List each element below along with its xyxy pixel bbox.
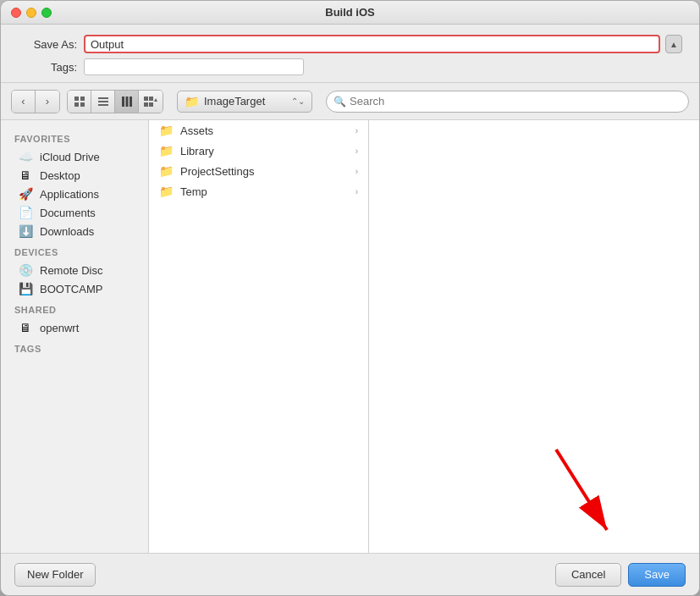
sidebar: Favorites ☁️ iCloud Drive 🖥 Desktop 🚀 Ap…	[1, 120, 149, 553]
svg-rect-9	[130, 97, 132, 107]
svg-rect-5	[98, 101, 108, 102]
traffic-lights	[11, 8, 52, 18]
file-list-area: 📁 Assets › 📁 Library › 📁 ProjectSettings…	[149, 120, 699, 553]
view-column-button[interactable]	[115, 91, 139, 113]
tags-input[interactable]	[84, 58, 304, 75]
search-icon: 🔍	[333, 96, 346, 108]
folder-name: ProjectSettings	[180, 165, 349, 178]
downloads-icon: ⬇️	[18, 224, 33, 238]
sidebar-item-downloads[interactable]: ⬇️ Downloads	[4, 222, 145, 240]
save-dialog: Build iOS Save As: ▲ Tags: ‹ ›	[0, 0, 700, 596]
minimize-button[interactable]	[26, 8, 36, 18]
folder-icon: 📁	[159, 144, 174, 157]
folder-icon: 📁	[159, 164, 174, 178]
sidebar-item-desktop[interactable]: 🖥 Desktop	[4, 166, 145, 185]
window-title: Build iOS	[325, 6, 375, 19]
openwrt-icon: 🖥	[18, 321, 33, 334]
applications-icon: 🚀	[18, 187, 33, 201]
tags-label: Tags:	[18, 61, 77, 74]
remote-disc-icon: 💿	[18, 263, 33, 277]
favorites-section-label: Favorites	[1, 127, 148, 147]
sidebar-item-remote-disc[interactable]: 💿 Remote Disc	[4, 261, 145, 279]
save-as-label: Save As:	[18, 38, 77, 51]
sidebar-item-label: Remote Disc	[40, 264, 102, 277]
location-dropdown[interactable]: 📁 ImageTarget ⌃⌄	[177, 91, 312, 113]
back-button[interactable]: ‹	[12, 91, 36, 113]
svg-rect-10	[144, 97, 148, 101]
save-button[interactable]: Save	[628, 563, 686, 587]
svg-rect-8	[125, 97, 128, 107]
svg-rect-13	[149, 102, 153, 107]
sidebar-item-label: openwrt	[40, 322, 79, 334]
folder-icon: 📁	[159, 124, 174, 137]
sidebar-item-label: Applications	[40, 188, 99, 201]
svg-rect-3	[80, 102, 85, 107]
sidebar-item-label: Downloads	[40, 225, 94, 238]
sidebar-item-documents[interactable]: 📄 Documents	[4, 203, 145, 222]
view-arrange-button[interactable]	[139, 91, 163, 113]
new-folder-button[interactable]: New Folder	[14, 563, 96, 587]
nav-button-group: ‹ ›	[11, 90, 60, 113]
sidebar-item-openwrt[interactable]: 🖥 openwrt	[4, 318, 145, 337]
bottom-right-buttons: Cancel Save	[555, 563, 686, 587]
svg-rect-12	[144, 102, 148, 107]
sidebar-item-applications[interactable]: 🚀 Applications	[4, 185, 145, 203]
sidebar-item-label: iCloud Drive	[40, 151, 100, 163]
folder-item-library[interactable]: 📁 Library ›	[149, 141, 368, 161]
chevron-icon: ⌃⌄	[291, 97, 305, 106]
folder-arrow-icon: ›	[356, 146, 358, 156]
view-icon-button[interactable]	[68, 91, 91, 113]
save-as-input[interactable]	[84, 35, 660, 53]
folder-pane: 📁 Assets › 📁 Library › 📁 ProjectSettings…	[149, 120, 369, 553]
cancel-button[interactable]: Cancel	[555, 563, 621, 587]
svg-rect-1	[80, 97, 85, 101]
search-box: 🔍	[326, 91, 689, 113]
bootcamp-icon: 💾	[18, 282, 33, 295]
view-list-button[interactable]	[91, 91, 115, 113]
svg-rect-2	[74, 102, 79, 107]
save-as-section: Save As: ▲ Tags:	[1, 25, 699, 83]
folder-name: Assets	[180, 124, 349, 137]
svg-rect-7	[122, 97, 124, 107]
view-button-group	[67, 90, 163, 113]
folder-name: Temp	[180, 185, 349, 198]
svg-rect-6	[98, 104, 108, 106]
folder-icon: 📁	[185, 95, 199, 108]
devices-section-label: Devices	[1, 240, 148, 261]
folder-item-temp[interactable]: 📁 Temp ›	[149, 181, 368, 201]
toolbar: ‹ › 📁 ImageTarget ⌃⌄	[1, 83, 699, 120]
forward-button[interactable]: ›	[36, 91, 59, 113]
sidebar-item-icloud[interactable]: ☁️ iCloud Drive	[4, 147, 145, 166]
icloud-icon: ☁️	[18, 150, 33, 163]
detail-pane	[369, 120, 699, 553]
documents-icon: 📄	[18, 206, 33, 219]
shared-section-label: Shared	[1, 298, 148, 318]
search-input[interactable]	[350, 95, 681, 108]
maximize-button[interactable]	[41, 8, 52, 18]
folder-arrow-icon: ›	[356, 126, 358, 135]
svg-rect-4	[98, 97, 108, 99]
folder-name: Library	[180, 145, 349, 157]
main-content: Favorites ☁️ iCloud Drive 🖥 Desktop 🚀 Ap…	[1, 120, 699, 553]
folder-item-assets[interactable]: 📁 Assets ›	[149, 120, 368, 141]
sidebar-item-label: Documents	[40, 207, 96, 219]
svg-rect-0	[74, 97, 79, 101]
folder-icon: 📁	[159, 185, 174, 198]
bottom-bar: New Folder Cancel Save	[1, 553, 699, 595]
sidebar-item-label: Desktop	[40, 169, 80, 182]
close-button[interactable]	[11, 8, 21, 18]
desktop-icon: 🖥	[18, 168, 33, 182]
expand-button[interactable]: ▲	[665, 35, 682, 53]
svg-rect-11	[149, 97, 153, 101]
folder-item-projectsettings[interactable]: 📁 ProjectSettings ›	[149, 161, 368, 181]
sidebar-item-bootcamp[interactable]: 💾 BOOTCAMP	[4, 279, 145, 298]
titlebar: Build iOS	[1, 1, 699, 25]
folder-arrow-icon: ›	[356, 187, 358, 196]
location-label: ImageTarget	[204, 95, 286, 108]
folder-arrow-icon: ›	[356, 167, 358, 176]
tags-section-label: Tags	[1, 337, 148, 357]
sidebar-item-label: BOOTCAMP	[40, 283, 102, 295]
